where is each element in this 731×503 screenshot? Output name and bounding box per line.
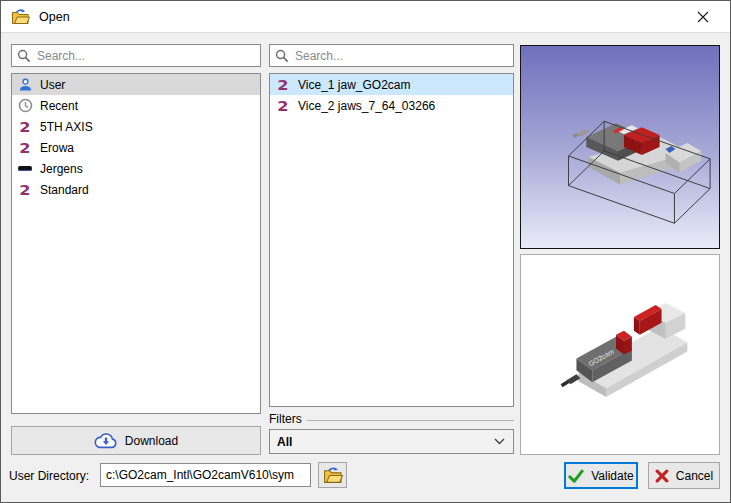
user-icon xyxy=(15,77,35,92)
list-item-label: 5TH AXIS xyxy=(40,120,93,134)
list-item-jergens[interactable]: Jergens xyxy=(12,158,260,179)
close-button[interactable] xyxy=(686,1,720,32)
filters-dropdown-value: All xyxy=(270,435,494,449)
list-item-label: Erowa xyxy=(40,141,74,155)
search-icon xyxy=(17,49,31,63)
file-item-label: Vice_1 jaw_GO2cam xyxy=(298,78,411,92)
open-folder-icon xyxy=(323,466,343,484)
file-list: 2 Vice_1 jaw_GO2cam 2 Vice_2 jaws_7_64_0… xyxy=(269,73,514,407)
filters-dropdown[interactable]: All xyxy=(269,429,514,454)
preview-3d-bounding-box xyxy=(520,45,720,249)
validate-button[interactable]: Validate xyxy=(564,462,638,489)
go2cam-logo-icon: 2 xyxy=(15,183,35,197)
cloud-download-icon xyxy=(94,432,118,449)
chevron-down-icon xyxy=(494,438,505,445)
clock-icon xyxy=(15,98,35,113)
download-button[interactable]: Download xyxy=(11,426,261,455)
browse-folder-button[interactable] xyxy=(318,462,347,488)
list-item-label: Standard xyxy=(40,183,89,197)
category-list: User Recent 2 5TH AXIS 2 Erowa Jergens 2 xyxy=(11,73,261,414)
list-item-recent[interactable]: Recent xyxy=(12,95,260,116)
list-item-erowa[interactable]: 2 Erowa xyxy=(12,137,260,158)
filters-group-label: Filters xyxy=(269,412,514,426)
file-item-vice1[interactable]: 2 Vice_1 jaw_GO2cam xyxy=(270,74,513,95)
list-item-user[interactable]: User xyxy=(12,74,260,95)
file-item-vice2[interactable]: 2 Vice_2 jaws_7_64_03266 xyxy=(270,95,513,116)
go2cam-logo-icon: 2 xyxy=(273,78,293,92)
go2cam-logo-icon: 2 xyxy=(273,99,293,113)
close-icon xyxy=(697,11,709,23)
jergens-bar-icon xyxy=(15,166,35,171)
go2cam-logo-icon: 2 xyxy=(15,120,35,134)
green-check-icon xyxy=(568,469,584,483)
list-item-label: Recent xyxy=(40,99,78,113)
list-item-label: User xyxy=(40,78,65,92)
open-folder-icon xyxy=(11,8,30,25)
category-search-box xyxy=(11,44,261,67)
file-search-box xyxy=(269,44,514,67)
title-bar: Open xyxy=(1,1,730,33)
red-x-icon xyxy=(655,469,669,483)
user-directory-label: User Directory: xyxy=(9,469,89,483)
file-item-label: Vice_2 jaws_7_64_03266 xyxy=(298,99,435,113)
list-item-5th-axis[interactable]: 2 5TH AXIS xyxy=(12,116,260,137)
list-item-standard[interactable]: 2 Standard xyxy=(12,179,260,200)
filters-group-line xyxy=(307,420,514,421)
validate-label: Validate xyxy=(591,469,633,483)
preview-3d-shaded: GO2cam xyxy=(520,254,720,455)
list-item-label: Jergens xyxy=(40,162,83,176)
open-dialog: Open xyxy=(0,0,731,503)
search-icon xyxy=(275,49,289,63)
category-search-input[interactable] xyxy=(31,49,260,63)
download-label: Download xyxy=(125,434,178,448)
window-title: Open xyxy=(39,10,70,24)
cancel-button[interactable]: Cancel xyxy=(648,462,720,489)
user-directory-input[interactable] xyxy=(100,463,311,487)
vice-3d-wireframe-render xyxy=(521,46,719,248)
vice-3d-render: GO2cam xyxy=(521,255,719,454)
cancel-label: Cancel xyxy=(676,469,713,483)
go2cam-logo-icon: 2 xyxy=(15,141,35,155)
file-search-input[interactable] xyxy=(289,49,513,63)
